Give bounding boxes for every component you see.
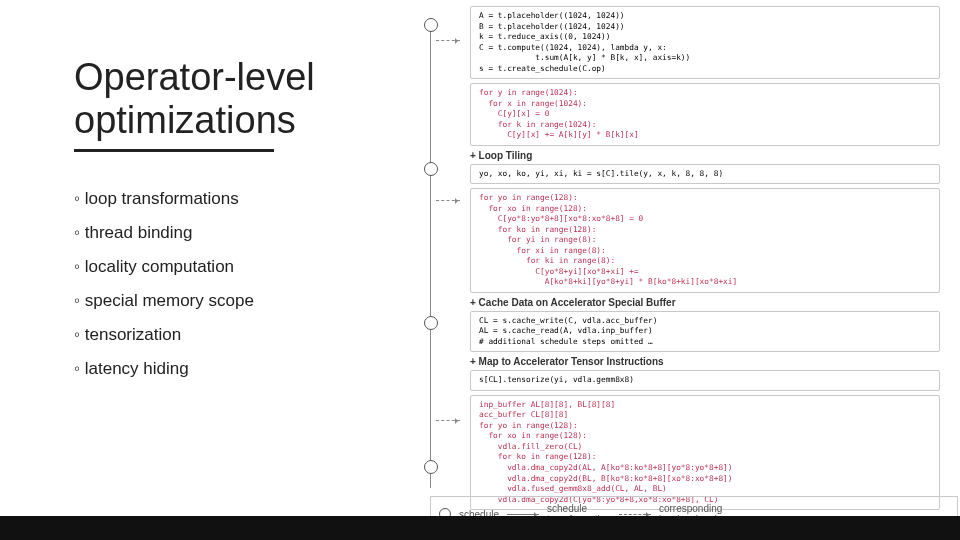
code-cache: CL = s.cache_write(C, vdla.acc_buffer) A… [470, 311, 940, 353]
code-declaration: A = t.placeholder((1024, 1024)) B = t.pl… [470, 6, 940, 79]
code-tensorize: s[CL].tensorize(yi, vdla.gemm8x8) [470, 370, 940, 391]
bullet-item: tensorization [74, 318, 364, 352]
section-cache: + Cache Data on Accelerator Special Buff… [470, 297, 940, 308]
bullet-item: loop transformations [74, 182, 364, 216]
right-column: A = t.placeholder((1024, 1024)) B = t.pl… [430, 6, 940, 514]
bullet-item: thread binding [74, 216, 364, 250]
code-loop-tiled: for yo in range(128): for xo in range(12… [470, 188, 940, 293]
legend-dashed-arrow-icon [619, 514, 651, 515]
section-loop-tiling: + Loop Tiling [470, 150, 940, 161]
code-final: inp_buffer AL[8][8], BL[8][8] acc_buffer… [470, 395, 940, 510]
slide-title: Operator-level optimizations [74, 56, 364, 141]
bullet-list: loop transformations thread binding loca… [74, 182, 364, 386]
legend-arrow-icon [507, 514, 539, 515]
code-loop-initial: for y in range(1024): for x in range(102… [470, 83, 940, 146]
code-tiling: yo, xo, ko, yi, xi, ki = s[C].tile(y, x,… [470, 164, 940, 185]
left-column: Operator-level optimizations loop transf… [74, 56, 364, 386]
bullet-item: locality computation [74, 250, 364, 284]
bullet-item: special memory scope [74, 284, 364, 318]
slide-root: Operator-level optimizations loop transf… [0, 0, 960, 540]
title-underline [74, 149, 274, 152]
bullet-item: latency hiding [74, 352, 364, 386]
bottom-bar [0, 516, 960, 540]
section-map: + Map to Accelerator Tensor Instructions [470, 356, 940, 367]
